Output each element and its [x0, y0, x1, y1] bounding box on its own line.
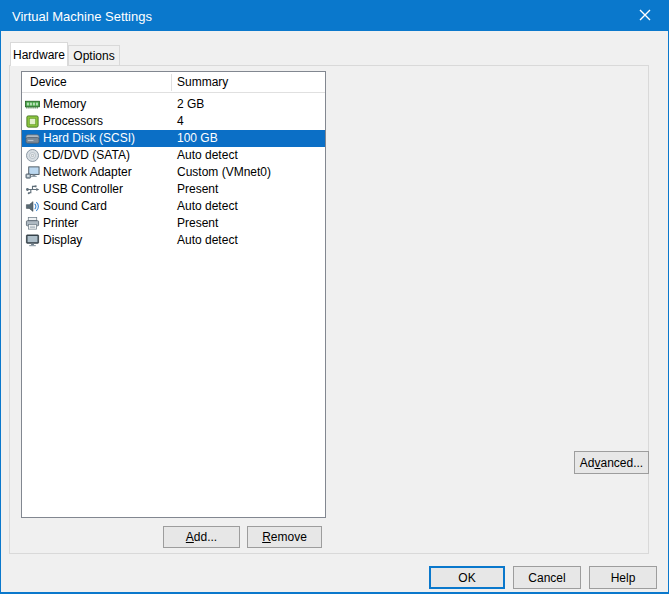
advanced-button[interactable]: Advanced... — [574, 451, 649, 474]
memory-icon — [25, 97, 40, 112]
tab-options[interactable]: Options — [68, 45, 120, 66]
device-row-usb-controller[interactable]: USB Controller Present — [22, 181, 325, 198]
device-row-processors[interactable]: Processors 4 — [22, 113, 325, 130]
device-summary: Auto detect — [177, 198, 238, 215]
window-title: Virtual Machine Settings — [1, 9, 622, 24]
column-header-summary: Summary — [177, 75, 228, 89]
usb-icon — [25, 182, 40, 197]
virtual-machine-settings-dialog: Virtual Machine Settings Hardware Option… — [0, 0, 669, 594]
close-icon — [639, 9, 651, 24]
device-summary: 2 GB — [177, 96, 204, 113]
device-label: Processors — [43, 113, 103, 130]
device-summary: Present — [177, 215, 218, 232]
device-row-sound-card[interactable]: Sound Card Auto detect — [22, 198, 325, 215]
close-button[interactable] — [622, 1, 668, 31]
device-row-network-adapter[interactable]: Network Adapter Custom (VMnet0) — [22, 164, 325, 181]
device-summary: 100 GB — [177, 130, 218, 147]
device-label: Sound Card — [43, 198, 107, 215]
device-summary: Auto detect — [177, 232, 238, 249]
display-icon — [25, 233, 40, 248]
column-separator — [171, 74, 172, 91]
device-row-hard-disk[interactable]: Hard Disk (SCSI) 100 GB — [22, 130, 325, 147]
titlebar: Virtual Machine Settings — [1, 1, 668, 31]
device-label: Memory — [43, 96, 86, 113]
printer-icon — [25, 216, 40, 231]
hard-disk-icon — [25, 131, 40, 146]
processor-icon — [25, 114, 40, 129]
device-label: Network Adapter — [43, 164, 132, 181]
device-label: USB Controller — [43, 181, 123, 198]
device-row-printer[interactable]: Printer Present — [22, 215, 325, 232]
help-button[interactable]: Help — [589, 566, 657, 589]
device-summary: Auto detect — [177, 147, 238, 164]
device-label: CD/DVD (SATA) — [43, 147, 130, 164]
add-button[interactable]: Add... — [163, 526, 240, 548]
device-summary: Custom (VMnet0) — [177, 164, 271, 181]
device-list-header: Device Summary — [22, 72, 325, 93]
device-row-memory[interactable]: Memory 2 GB — [22, 96, 325, 113]
device-summary: Present — [177, 181, 218, 198]
cd-dvd-icon — [25, 148, 40, 163]
device-label: Display — [43, 232, 82, 249]
cancel-button[interactable]: Cancel — [513, 566, 581, 589]
ok-button[interactable]: OK — [429, 566, 505, 589]
remove-button[interactable]: Remove — [247, 526, 322, 548]
network-icon — [25, 165, 40, 180]
device-row-cd-dvd[interactable]: CD/DVD (SATA) Auto detect — [22, 147, 325, 164]
column-header-device: Device — [30, 75, 67, 89]
device-label: Hard Disk (SCSI) — [43, 130, 135, 147]
device-row-display[interactable]: Display Auto detect — [22, 232, 325, 249]
sound-icon — [25, 199, 40, 214]
tab-hardware[interactable]: Hardware — [10, 42, 68, 66]
device-label: Printer — [43, 215, 78, 232]
device-summary: 4 — [177, 113, 184, 130]
device-list: Device Summary Memory 2 GB Processors 4 — [21, 71, 326, 518]
